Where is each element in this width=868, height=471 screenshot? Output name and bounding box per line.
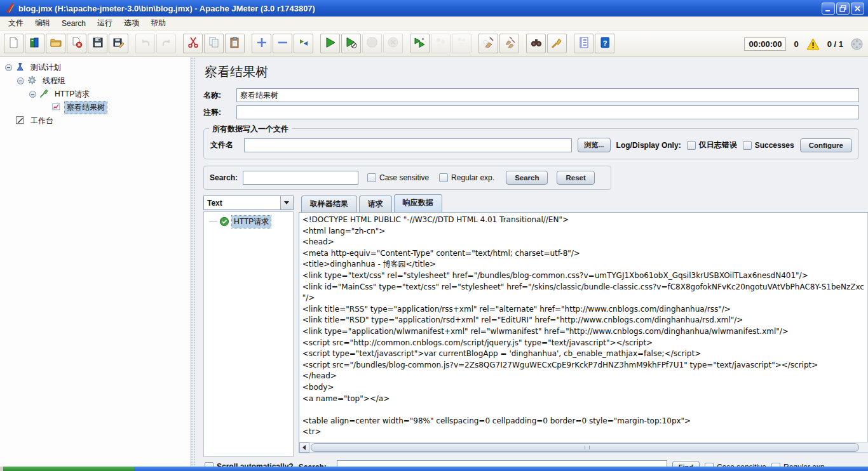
start-no-pauses-icon — [345, 36, 358, 51]
tab-1[interactable]: 请求 — [359, 196, 392, 212]
close-file-button[interactable] — [67, 34, 86, 53]
search-regex-checkbox[interactable] — [439, 173, 448, 182]
main-split-divider[interactable] — [191, 57, 196, 467]
menu-item-0[interactable]: 文件 — [3, 16, 29, 30]
result-item-row[interactable]: HTTP请求 — [207, 215, 290, 228]
paste-button[interactable] — [225, 34, 245, 53]
cut-button[interactable] — [183, 34, 203, 53]
menu-item-2[interactable]: Search — [56, 17, 92, 30]
tree-item-label: HTTP请求 — [53, 88, 92, 100]
tree-item-0[interactable]: 测试计划 — [0, 61, 190, 74]
help-button[interactable]: ? — [595, 34, 614, 53]
expand-button[interactable] — [252, 34, 271, 53]
reset-button[interactable]: Reset — [557, 171, 594, 185]
chevron-down-icon[interactable] — [280, 196, 293, 209]
tree-item-4[interactable]: 工作台 — [0, 114, 190, 128]
save-button[interactable] — [88, 34, 107, 53]
remote-shutdown-all-icon — [456, 36, 468, 51]
render-mode-value: Text — [204, 199, 280, 208]
content-area: 测试计划线程组HTTP请求察看结果树工作台 察看结果树 名称: 注释: 所有数据… — [0, 57, 868, 467]
remote-shutdown-all-button — [452, 34, 471, 53]
tree-expand-handle[interactable] — [29, 91, 36, 98]
render-mode-select[interactable]: Text — [203, 196, 294, 210]
tree-item-label: 测试计划 — [29, 62, 63, 74]
clear-button[interactable] — [478, 34, 498, 53]
scroll-left-button[interactable] — [299, 442, 309, 453]
tab-2[interactable]: 响应数据 — [394, 194, 442, 212]
response-search-bar: Search: Find Case sensitive Regular exp. — [299, 453, 868, 467]
start-button[interactable] — [320, 34, 340, 53]
tree-item-label: 工作台 — [29, 115, 55, 127]
restore-button[interactable] — [836, 3, 850, 15]
result-tabs: 取样器结果请求响应数据 — [299, 196, 868, 212]
errors-only-label: 仅日志错误 — [699, 140, 737, 150]
tree-expand-handle[interactable] — [17, 77, 24, 84]
remote-start-all-button[interactable] — [410, 34, 430, 53]
response-data-panel: <!DOCTYPE HTML PUBLIC "-//W3C//DTD HTML … — [299, 212, 868, 453]
minimize-button[interactable] — [822, 3, 835, 15]
name-input[interactable] — [236, 88, 859, 102]
tree-expand-handle[interactable] — [5, 64, 12, 71]
response-text-area[interactable]: <!DOCTYPE HTML PUBLIC "-//W3C//DTD HTML … — [299, 213, 867, 442]
run-indicator-icon — [851, 38, 863, 50]
menu-item-1[interactable]: 编辑 — [29, 16, 56, 30]
search-panel: Search: Case sensitive Regular exp. Sear… — [203, 166, 611, 190]
filename-input[interactable] — [244, 138, 572, 152]
horizontal-scroll-thumb[interactable] — [311, 443, 859, 452]
search-reset-icon — [551, 36, 564, 51]
start-button-sliver[interactable] — [3, 467, 134, 471]
save-as-button[interactable] — [109, 34, 128, 53]
name-label: 名称: — [203, 90, 231, 101]
comment-label: 注释: — [203, 107, 231, 118]
shutdown-button — [383, 34, 403, 53]
tab-0[interactable]: 取样器结果 — [301, 196, 357, 212]
search-case-checkbox[interactable] — [367, 173, 376, 182]
response-search-input[interactable] — [337, 460, 667, 467]
shutdown-icon — [387, 36, 400, 51]
templates-button[interactable] — [25, 34, 44, 53]
paste-icon — [229, 36, 241, 51]
tree-item-3[interactable]: 察看结果树 — [0, 101, 190, 114]
redo-icon — [160, 36, 173, 51]
collapse-button[interactable] — [273, 34, 292, 53]
close-button[interactable] — [851, 3, 864, 15]
successes-checkbox[interactable] — [743, 141, 752, 150]
log-display-only-label: Log/Display Only: — [616, 141, 681, 150]
search-input[interactable] — [243, 171, 358, 185]
thread-counts: 0 / 1 — [827, 39, 843, 49]
search-button[interactable]: Search — [506, 171, 548, 185]
function-helper-button[interactable] — [574, 34, 593, 53]
menu-item-5[interactable]: 帮助 — [145, 16, 172, 30]
horizontal-scrollbar[interactable] — [299, 442, 868, 453]
result-item-label: HTTP请求 — [232, 216, 271, 228]
menu-bar: 文件编辑Search运行选项帮助 — [0, 17, 868, 30]
undo-icon — [139, 36, 152, 51]
start-icon — [324, 36, 337, 51]
configure-button[interactable]: Configure — [800, 138, 852, 152]
tree-item-2[interactable]: HTTP请求 — [0, 88, 190, 101]
toggle-button[interactable] — [294, 34, 313, 53]
comment-input[interactable] — [236, 105, 859, 119]
clear-icon — [482, 36, 495, 51]
open-file-button[interactable] — [46, 34, 65, 53]
warning-icon[interactable] — [806, 38, 820, 50]
result-ok-icon — [219, 216, 229, 227]
window-title: blog.jmx (H:\apache-jmeter-3.0\bin\blog.… — [18, 4, 822, 13]
tree-item-label: 察看结果树 — [65, 102, 107, 114]
tree-item-1[interactable]: 线程组 — [0, 74, 190, 88]
search-button[interactable] — [526, 34, 546, 53]
remote-stop-all-button — [431, 34, 451, 53]
workbench-icon — [15, 116, 26, 126]
scroll-automatically-checkbox[interactable] — [205, 462, 214, 467]
menu-item-4[interactable]: 选项 — [118, 16, 145, 30]
browse-button[interactable]: 浏览... — [578, 138, 610, 152]
copy-button[interactable] — [204, 34, 224, 53]
start-no-pauses-button[interactable] — [341, 34, 361, 53]
errors-only-checkbox[interactable] — [687, 141, 696, 150]
templates-icon — [29, 36, 41, 51]
search-reset-button[interactable] — [547, 34, 567, 53]
menu-item-3[interactable]: 运行 — [92, 16, 118, 30]
clear-all-button[interactable] — [499, 34, 519, 53]
new-file-button[interactable] — [4, 34, 24, 53]
find-button[interactable]: Find — [672, 461, 700, 467]
